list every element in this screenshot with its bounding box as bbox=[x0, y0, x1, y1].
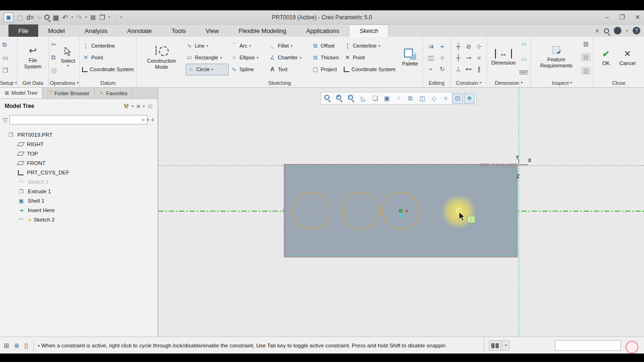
parallel-constraint-icon[interactable]: ∥ bbox=[478, 66, 481, 73]
cancel-button[interactable]: ✕ Cancel bbox=[618, 38, 637, 77]
sketch-centerline-button[interactable]: ¦ Centerline▾ bbox=[344, 40, 398, 52]
close-button[interactable]: ✕ bbox=[635, 14, 640, 21]
cut-icon[interactable]: ✂ bbox=[51, 41, 57, 48]
project-button[interactable]: ▢ Project bbox=[312, 64, 342, 75]
thicken-button[interactable]: ⧉ Thicken bbox=[312, 52, 342, 64]
graphics-area[interactable]: + – ◺ ❏ ▣ ⁘ ⧉ ◫ ◇ ⌗ ⊡ ❖ + + bbox=[158, 88, 644, 337]
datum-coordinate-system-button[interactable]: Coordinate System bbox=[82, 64, 134, 75]
open-icon[interactable]: ⤷ bbox=[37, 13, 41, 21]
datum-centerline-button[interactable]: ¦ Centerline bbox=[82, 40, 134, 52]
app-icon[interactable]: ▣ bbox=[4, 13, 13, 22]
search-icon[interactable] bbox=[44, 15, 50, 20]
reference-dimension-icon[interactable]: REF bbox=[520, 70, 528, 74]
undo-dropdown-icon[interactable]: ▾ bbox=[71, 15, 73, 19]
tree-tools-dropdown-icon[interactable]: ▾ bbox=[132, 104, 133, 108]
save-icon[interactable]: ▦ bbox=[53, 14, 59, 21]
sketch-point-button[interactable]: ✕ Point bbox=[344, 52, 398, 64]
arc-button[interactable]: ⌒ Arc▾ bbox=[231, 40, 267, 52]
line-button[interactable]: ∿ Line▾ bbox=[186, 40, 229, 52]
horizontal-constraint-icon[interactable]: ┼ bbox=[456, 54, 460, 61]
new-file-icon[interactable]: ▢ bbox=[17, 14, 23, 21]
redo-dropdown-icon[interactable]: ▾ bbox=[85, 15, 87, 19]
constrain-group-label[interactable]: Constrain▾ bbox=[451, 78, 487, 87]
ok-button[interactable]: ✔ OK bbox=[600, 38, 612, 77]
shade-closed-loops-icon[interactable]: ▤ bbox=[581, 53, 591, 61]
tab-view[interactable]: View bbox=[196, 25, 229, 37]
tree-item-extrude1[interactable]: ❐ Extrude 1 bbox=[0, 187, 157, 196]
tree-item-csys[interactable]: PRT_CSYS_DEF bbox=[0, 168, 157, 177]
csys-label[interactable]: PRT_CSYS_DEF bbox=[474, 163, 517, 168]
tree-item-sketch2[interactable]: ◠ ✳ Sketch 2 bbox=[0, 215, 157, 224]
tree-settings-dropdown-icon[interactable]: ▾ bbox=[143, 104, 145, 108]
perimeter-dimension-icon[interactable]: ▭ bbox=[521, 41, 526, 47]
midpoint-constraint-icon[interactable]: ⊹ bbox=[477, 43, 482, 50]
tangent-constraint-icon[interactable]: ⊘ bbox=[466, 43, 471, 50]
account-dropdown-icon[interactable]: ▾ bbox=[626, 29, 628, 33]
tab-favorites[interactable]: ✶ Favorites bbox=[95, 88, 132, 99]
datum-point-button[interactable]: ✕ Point bbox=[82, 52, 134, 64]
delete-segment-icon[interactable]: ≁ bbox=[440, 43, 445, 50]
perpendicular-constraint-icon[interactable]: ⊥ bbox=[455, 66, 461, 73]
tab-model-tree[interactable]: ⊞ Model Tree bbox=[0, 88, 42, 99]
equal-constraint-icon[interactable]: = bbox=[477, 54, 481, 61]
repaint-icon[interactable]: ◺ bbox=[358, 93, 369, 104]
tab-folder-browser[interactable]: ❐ Folder Browser bbox=[42, 88, 94, 99]
navigator-toggle-icon[interactable]: ⊞ bbox=[4, 342, 9, 349]
tree-item-shell1[interactable]: ▣ Shell 1 bbox=[0, 196, 157, 206]
rectangle-button[interactable]: ▭ Rectangle▾ bbox=[186, 52, 229, 64]
redo-icon[interactable]: ↷ bbox=[76, 14, 82, 21]
sketch-coordinate-system-button[interactable]: Coordinate System bbox=[344, 64, 398, 75]
tab-sketch[interactable]: Sketch bbox=[349, 25, 388, 37]
corner-icon[interactable]: ⌁ bbox=[429, 66, 433, 73]
copy-icon[interactable]: ⧉ bbox=[51, 54, 57, 61]
plane-display-icon[interactable]: ⧉ bbox=[405, 93, 416, 104]
annotation-display-icon[interactable]: ⌗ bbox=[440, 93, 451, 104]
divide-icon[interactable]: ⊹ bbox=[440, 54, 445, 61]
inspect-group-label[interactable]: Inspect▾ bbox=[531, 78, 593, 87]
account-icon[interactable] bbox=[614, 27, 621, 34]
construction-mode-button[interactable]: Construction Mode bbox=[139, 38, 184, 77]
saved-orientations-icon[interactable]: ▣ bbox=[381, 93, 392, 104]
tab-analysis[interactable]: Analysis bbox=[74, 25, 117, 37]
rotate-resize-icon[interactable]: ↻ bbox=[440, 66, 445, 73]
tab-flexible-modeling[interactable]: Flexible Modeling bbox=[229, 25, 296, 37]
tab-file[interactable]: File bbox=[8, 25, 38, 37]
restore-button[interactable]: ❐ bbox=[619, 14, 625, 21]
sketch-setup-icon[interactable]: ⧉ bbox=[2, 41, 8, 49]
tab-tools[interactable]: Tools bbox=[162, 25, 196, 37]
status-search-input[interactable] bbox=[555, 340, 621, 351]
close-window-icon[interactable]: ⊠ bbox=[91, 14, 96, 21]
baseline-dimension-icon[interactable]: ▭ bbox=[521, 56, 526, 62]
tree-item-insert-here[interactable]: ➜ Insert Here bbox=[0, 206, 157, 215]
tree-item-front-plane[interactable]: FRONT bbox=[0, 158, 157, 168]
windows-icon[interactable]: ❐ bbox=[99, 14, 106, 21]
ellipse-button[interactable]: ○ Ellipse▾ bbox=[231, 52, 267, 64]
select-dropdown-icon[interactable]: ▾ bbox=[67, 64, 69, 68]
filter-dropdown-icon[interactable]: ▾ bbox=[147, 118, 149, 122]
vertical-constraint-icon[interactable]: ┼ bbox=[456, 43, 460, 50]
minimize-button[interactable]: – bbox=[605, 14, 609, 21]
tab-annotate[interactable]: Annotate bbox=[117, 25, 162, 37]
transparent-view-icon[interactable]: ◇ bbox=[429, 93, 439, 104]
dimension-button[interactable]: ↔ Dimension bbox=[489, 38, 518, 77]
dimension-mode-icon[interactable]: d= bbox=[26, 14, 34, 21]
spline-button[interactable]: ∿ Spline bbox=[231, 64, 267, 75]
tree-item-part[interactable]: ❒ PRT0019.PRT bbox=[0, 130, 157, 140]
paste-icon[interactable]: ▤ bbox=[51, 67, 57, 74]
coincident-constraint-icon[interactable]: ⊸ bbox=[466, 54, 471, 61]
mirror-icon[interactable]: ◫ bbox=[428, 54, 434, 61]
datum-display-filters-icon[interactable]: ⁘ bbox=[393, 93, 404, 104]
tree-filter-input[interactable] bbox=[9, 115, 148, 124]
customize-toolbar-icon[interactable]: ▾ bbox=[120, 15, 122, 19]
tree-item-right-plane[interactable]: RIGHT bbox=[0, 140, 157, 149]
file-system-button[interactable]: ↩ File System bbox=[20, 38, 46, 77]
setup-group-label[interactable]: Setup▾ bbox=[0, 78, 17, 87]
reference-icon[interactable]: ❒ bbox=[2, 67, 8, 74]
palette-button[interactable]: Palette bbox=[400, 38, 420, 77]
zoom-fit-icon[interactable] bbox=[322, 93, 333, 104]
sketch-view-icon[interactable]: ▭ bbox=[2, 54, 8, 61]
help-icon[interactable]: ? bbox=[633, 27, 640, 34]
overlapping-geometry-icon[interactable]: ▨ bbox=[583, 41, 588, 47]
symmetric-constraint-icon[interactable]: ⊷ bbox=[465, 66, 471, 73]
tab-model[interactable]: Model bbox=[38, 25, 74, 37]
